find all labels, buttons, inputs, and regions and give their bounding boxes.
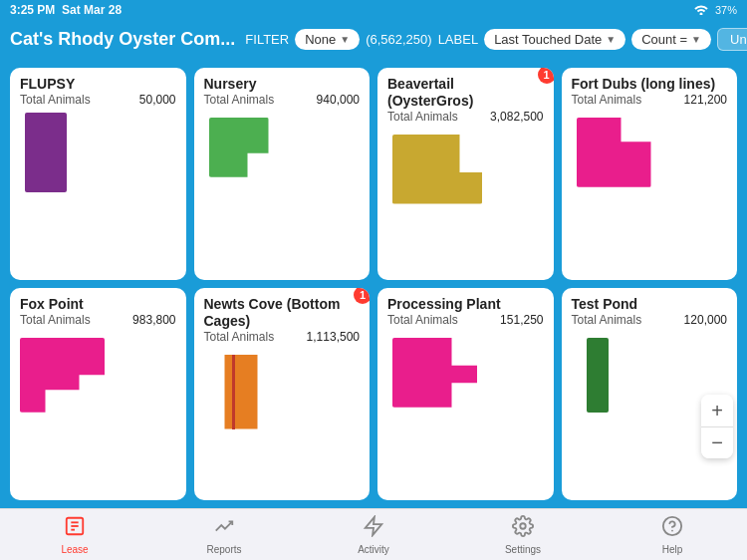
battery-icon: 37% — [715, 4, 737, 16]
nav-label-lease: Lease — [61, 544, 88, 555]
svg-point-7 — [671, 529, 673, 531]
nav-label-activity: Activity — [358, 544, 389, 555]
card-title: FLUPSY — [20, 76, 176, 93]
card-stats-label: Total Animals — [20, 313, 91, 327]
card-title: Beavertail (OysterGros) — [387, 76, 544, 110]
lease-shape-pink-fp — [20, 338, 105, 413]
svg-point-5 — [520, 523, 526, 529]
lease-card-beavertail[interactable]: 1 Beavertail (OysterGros) Total Animals … — [377, 68, 554, 280]
svg-marker-4 — [366, 516, 382, 534]
label-label: LABEL — [438, 32, 478, 47]
reports-icon — [213, 515, 235, 542]
status-bar: 3:25 PM Sat Mar 28 37% — [0, 0, 747, 20]
lease-shape-pink-ft — [577, 118, 651, 187]
card-stats-value: 151,250 — [500, 313, 543, 327]
card-stats-label: Total Animals — [204, 330, 275, 344]
nav-item-help[interactable]: Help — [598, 509, 747, 560]
nav-label-settings: Settings — [505, 544, 541, 555]
card-title: Fox Point — [20, 296, 176, 313]
card-stats-label: Total Animals — [204, 93, 275, 107]
lease-shape-purple — [25, 113, 67, 192]
card-title: Test Pond — [572, 296, 728, 313]
card-visual — [20, 333, 176, 492]
filter-chevron-icon: ▼ — [340, 34, 350, 45]
lease-icon — [64, 515, 86, 542]
card-title: Nursery — [204, 76, 361, 93]
card-visual — [204, 113, 361, 272]
zoom-out-button[interactable]: − — [701, 426, 733, 458]
undo-button[interactable]: Undo — [717, 28, 747, 51]
lease-card-processingplant[interactable]: Processing Plant Total Animals 151,250 — [377, 288, 554, 500]
lease-shape-yellow — [392, 135, 482, 204]
status-icons: 37% — [693, 3, 737, 17]
app-title: Cat's Rhody Oyster Com... — [10, 29, 235, 50]
status-time: 3:25 PM Sat Mar 28 — [10, 3, 122, 17]
wifi-icon — [693, 3, 709, 17]
count-button[interactable]: Count = ▼ — [631, 29, 711, 50]
card-stats-value: 121,200 — [684, 93, 727, 107]
lease-card-fortdubs[interactable]: Fort Dubs (long lines) Total Animals 121… — [562, 68, 738, 280]
activity-icon — [363, 515, 384, 542]
lease-card-foxpoint[interactable]: Fox Point Total Animals 983,800 — [10, 288, 186, 500]
card-grid-row-2: Fox Point Total Animals 983,800 1 Newts … — [10, 288, 737, 500]
card-visual — [572, 113, 728, 272]
last-touched-date-button[interactable]: Last Touched Date ▼ — [484, 29, 625, 50]
notification-badge: 1 — [354, 288, 370, 304]
card-visual — [20, 113, 176, 272]
lease-card-flupsy[interactable]: FLUPSY Total Animals 50,000 — [10, 68, 186, 280]
card-stats-label: Total Animals — [20, 93, 91, 107]
lease-card-newtscove[interactable]: 1 Newts Cove (Bottom Cages) Total Animal… — [194, 288, 371, 500]
lease-shape-orange — [214, 355, 269, 429]
lease-shape-orange-line — [232, 355, 235, 429]
nav-item-lease[interactable]: Lease — [0, 509, 149, 560]
card-stats-value: 50,000 — [139, 93, 176, 107]
card-stats-value: 1,113,500 — [307, 330, 360, 344]
nav-label-help: Help — [662, 544, 683, 555]
nav-item-settings[interactable]: Settings — [448, 509, 598, 560]
nav-item-activity[interactable]: Activity — [299, 509, 448, 560]
nav-label-reports: Reports — [206, 544, 241, 555]
card-stats-value: 3,082,500 — [490, 110, 543, 124]
card-visual — [204, 350, 361, 492]
card-visual — [387, 333, 544, 492]
card-stats-label: Total Animals — [572, 313, 642, 327]
card-stats-value: 120,000 — [684, 313, 727, 327]
filter-label: FILTER — [245, 32, 289, 47]
main-area: FLUPSY Total Animals 50,000 Nursery Tota… — [0, 60, 747, 508]
filter-button[interactable]: None ▼ — [295, 29, 360, 50]
header-controls: FILTER None ▼ (6,562,250) LABEL Last Tou… — [245, 28, 747, 51]
settings-icon — [512, 515, 534, 542]
bottom-nav: Lease Reports Activity Settings Help — [0, 508, 747, 560]
count-chevron-icon: ▼ — [691, 34, 701, 45]
lease-shape-pink-pp — [392, 338, 477, 408]
card-grid-row-1: FLUPSY Total Animals 50,000 Nursery Tota… — [10, 68, 737, 280]
card-title: Processing Plant — [387, 296, 544, 313]
help-icon — [661, 515, 683, 542]
notification-badge: 1 — [538, 68, 554, 84]
card-visual — [387, 130, 544, 272]
card-stats-value: 940,000 — [317, 93, 360, 107]
header: Cat's Rhody Oyster Com... FILTER None ▼ … — [0, 20, 747, 60]
filter-count: (6,562,250) — [366, 32, 432, 47]
card-stats-label: Total Animals — [572, 93, 642, 107]
lease-card-nursery[interactable]: Nursery Total Animals 940,000 — [194, 68, 371, 280]
card-stats-label: Total Animals — [387, 313, 458, 327]
lease-shape-green-tp — [587, 338, 609, 413]
lease-shape-green — [209, 118, 269, 177]
zoom-controls: + − — [701, 395, 733, 458]
card-title: Fort Dubs (long lines) — [572, 76, 728, 93]
card-title: Newts Cove (Bottom Cages) — [204, 296, 361, 330]
card-stats-value: 983,800 — [132, 313, 175, 327]
nav-item-reports[interactable]: Reports — [149, 509, 299, 560]
zoom-in-button[interactable]: + — [701, 395, 733, 426]
card-stats-label: Total Animals — [387, 110, 458, 124]
label-chevron-icon: ▼ — [606, 34, 616, 45]
